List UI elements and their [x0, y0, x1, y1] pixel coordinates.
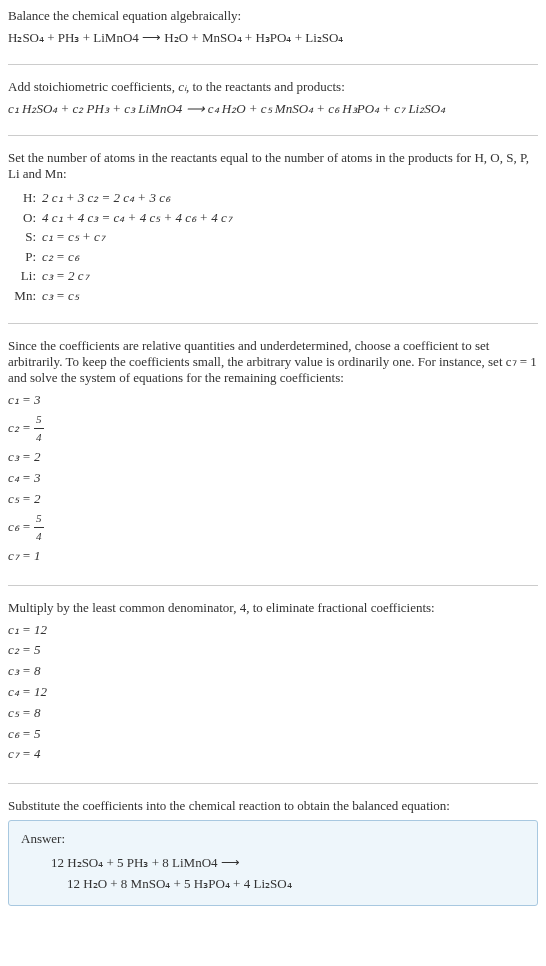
- answer-label: Answer:: [21, 831, 525, 847]
- coeff-row: c₂ = 54: [8, 411, 538, 447]
- coeff-row: c₇ = 4: [8, 744, 538, 765]
- atom-row: Li: c₃ = 2 c₇: [12, 266, 538, 286]
- atom-label: O:: [12, 208, 42, 228]
- atom-equation: 4 c₁ + 4 c₃ = c₄ + 4 c₅ + 4 c₆ + 4 c₇: [42, 208, 538, 228]
- coeff-lhs: c₃: [8, 663, 19, 678]
- coeff-lhs: c₇: [8, 548, 19, 563]
- divider: [8, 135, 538, 136]
- divider: [8, 323, 538, 324]
- multiply-intro: Multiply by the least common denominator…: [8, 600, 538, 616]
- multiply-section: Multiply by the least common denominator…: [8, 600, 538, 766]
- atom-equation: c₃ = 2 c₇: [42, 266, 538, 286]
- coeff-val: 2: [34, 491, 41, 506]
- frac-num: 5: [34, 510, 44, 529]
- coeff-val: 4: [34, 746, 41, 761]
- coeff-val: 2: [34, 449, 41, 464]
- coeff-lhs: c₂: [8, 420, 19, 435]
- coeff-lhs: c₃: [8, 449, 19, 464]
- coeff-val: 12: [34, 684, 47, 699]
- coeff-lhs: c₆: [8, 519, 19, 534]
- coeff-val: 3: [34, 470, 41, 485]
- divider: [8, 64, 538, 65]
- divider: [8, 585, 538, 586]
- coeff-row: c₄ = 3: [8, 468, 538, 489]
- fraction: 54: [34, 510, 44, 546]
- coeff-val: 5: [34, 642, 41, 657]
- intro-text: Balance the chemical equation algebraica…: [8, 8, 538, 24]
- coeff-lhs: c₅: [8, 491, 19, 506]
- frac-den: 4: [34, 429, 44, 447]
- atom-equation: c₂ = c₆: [42, 247, 538, 267]
- atom-row: Mn: c₃ = c₅: [12, 286, 538, 306]
- coeff-row: c₆ = 5: [8, 724, 538, 745]
- stoich-equation: c₁ H₂SO₄ + c₂ PH₃ + c₃ LiMnO4 ⟶ c₄ H₂O +…: [8, 101, 538, 117]
- answer-equation: 12 H₂SO₄ + 5 PH₃ + 8 LiMnO4 ⟶ 12 H₂O + 8…: [21, 853, 525, 895]
- atoms-section: Set the number of atoms in the reactants…: [8, 150, 538, 305]
- coeff-row: c₇ = 1: [8, 546, 538, 567]
- intro-section: Balance the chemical equation algebraica…: [8, 8, 538, 46]
- solve-section: Since the coefficients are relative quan…: [8, 338, 538, 567]
- answer-box: Answer: 12 H₂SO₄ + 5 PH₃ + 8 LiMnO4 ⟶ 12…: [8, 820, 538, 906]
- coeff-row: c₆ = 54: [8, 510, 538, 546]
- atom-label: H:: [12, 188, 42, 208]
- final-intro: Substitute the coefficients into the che…: [8, 798, 538, 814]
- atom-label: Li:: [12, 266, 42, 286]
- coeff-row: c₄ = 12: [8, 682, 538, 703]
- coeff-row: c₂ = 5: [8, 640, 538, 661]
- coeff-row: c₅ = 2: [8, 489, 538, 510]
- atom-label: Mn:: [12, 286, 42, 306]
- coeff-lhs: c₄: [8, 470, 19, 485]
- coeff-row: c₁ = 12: [8, 620, 538, 641]
- atom-row: H: 2 c₁ + 3 c₂ = 2 c₄ + 3 c₆: [12, 188, 538, 208]
- coeff-lhs: c₆: [8, 726, 19, 741]
- atom-row: S: c₁ = c₅ + c₇: [12, 227, 538, 247]
- coeff-val: 8: [34, 663, 41, 678]
- stoich-text-1: Add stoichiometric coefficients,: [8, 79, 178, 94]
- stoich-section: Add stoichiometric coefficients, cᵢ, to …: [8, 79, 538, 117]
- coeff-lhs: c₂: [8, 642, 19, 657]
- answer-line-2: 12 H₂O + 8 MnSO₄ + 5 H₃PO₄ + 4 Li₂SO₄: [51, 874, 525, 895]
- coeff-lhs: c₁: [8, 392, 19, 407]
- atom-row: O: 4 c₁ + 4 c₃ = c₄ + 4 c₅ + 4 c₆ + 4 c₇: [12, 208, 538, 228]
- coeff-lhs: c₁: [8, 622, 19, 637]
- intro-equation: H₂SO₄ + PH₃ + LiMnO4 ⟶ H₂O + MnSO₄ + H₃P…: [8, 30, 538, 46]
- final-section: Substitute the coefficients into the che…: [8, 798, 538, 906]
- atom-equation: c₃ = c₅: [42, 286, 538, 306]
- fraction: 54: [34, 411, 44, 447]
- divider: [8, 783, 538, 784]
- coeff-row: c₃ = 2: [8, 447, 538, 468]
- frac-den: 4: [34, 528, 44, 546]
- coeff-lhs: c₄: [8, 684, 19, 699]
- stoich-intro: Add stoichiometric coefficients, cᵢ, to …: [8, 79, 538, 95]
- coeff-val: 5: [34, 726, 41, 741]
- coeff-lhs: c₇: [8, 746, 19, 761]
- solve-coeffs: c₁ = 3 c₂ = 54 c₃ = 2 c₄ = 3 c₅ = 2 c₆ =…: [8, 390, 538, 567]
- solve-intro: Since the coefficients are relative quan…: [8, 338, 538, 386]
- frac-num: 5: [34, 411, 44, 430]
- atom-row: P: c₂ = c₆: [12, 247, 538, 267]
- coeff-val: 3: [34, 392, 41, 407]
- coeff-row: c₅ = 8: [8, 703, 538, 724]
- atoms-table: H: 2 c₁ + 3 c₂ = 2 c₄ + 3 c₆ O: 4 c₁ + 4…: [12, 188, 538, 305]
- coeff-row: c₁ = 3: [8, 390, 538, 411]
- atom-equation: c₁ = c₅ + c₇: [42, 227, 538, 247]
- coeff-row: c₃ = 8: [8, 661, 538, 682]
- answer-line-1: 12 H₂SO₄ + 5 PH₃ + 8 LiMnO4 ⟶: [51, 853, 525, 874]
- atom-label: P:: [12, 247, 42, 267]
- atom-label: S:: [12, 227, 42, 247]
- stoich-text-2: , to the reactants and products:: [186, 79, 345, 94]
- stoich-ci: cᵢ: [178, 79, 186, 94]
- atoms-intro: Set the number of atoms in the reactants…: [8, 150, 538, 182]
- coeff-val: 12: [34, 622, 47, 637]
- coeff-val: 8: [34, 705, 41, 720]
- coeff-val: 1: [34, 548, 41, 563]
- atom-equation: 2 c₁ + 3 c₂ = 2 c₄ + 3 c₆: [42, 188, 538, 208]
- coeff-lhs: c₅: [8, 705, 19, 720]
- multiply-coeffs: c₁ = 12 c₂ = 5 c₃ = 8 c₄ = 12 c₅ = 8 c₆ …: [8, 620, 538, 766]
